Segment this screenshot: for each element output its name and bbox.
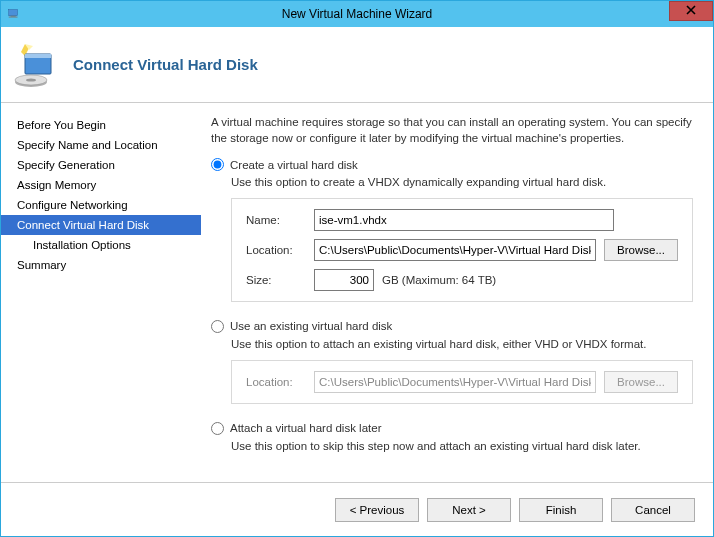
radio-later-vhd[interactable]: Attach a virtual hard disk later [211,422,693,435]
svg-rect-0 [9,10,18,16]
option-create-block: Create a virtual hard disk Use this opti… [211,158,693,302]
svg-rect-6 [25,54,51,58]
previous-button[interactable]: < Previous [335,498,419,522]
name-label: Name: [246,214,306,226]
later-hint: Use this option to skip this step now an… [231,439,693,454]
close-icon [686,4,696,18]
create-formbox: Name: Location: Browse... Size: GB (Maxi… [231,198,693,302]
create-hint: Use this option to create a VHDX dynamic… [231,175,693,190]
sidebar-item-specify-generation[interactable]: Specify Generation [1,155,201,175]
svg-rect-1 [11,16,16,17]
wizard-steps-sidebar: Before You Begin Specify Name and Locati… [1,103,201,482]
wizard-footer: < Previous Next > Finish Cancel [1,482,713,536]
option-existing-block: Use an existing virtual hard disk Use th… [211,320,693,404]
svg-point-9 [26,78,36,81]
sidebar-item-configure-networking[interactable]: Configure Networking [1,195,201,215]
existing-browse-button: Browse... [604,371,678,393]
app-icon [7,7,21,21]
sidebar-item-connect-vhd[interactable]: Connect Virtual Hard Disk [1,215,201,235]
existing-hint: Use this option to attach an existing vi… [231,337,693,352]
location-input[interactable] [314,239,596,261]
title-bar: New Virtual Machine Wizard [1,1,713,27]
window-title: New Virtual Machine Wizard [1,7,713,21]
existing-formbox: Location: Browse... [231,360,693,404]
page-title: Connect Virtual Hard Disk [73,56,258,73]
wizard-window: New Virtual Machine Wizard Connect Virtu… [0,0,714,537]
wizard-content: A virtual machine requires storage so th… [201,103,713,482]
radio-later-vhd-input[interactable] [211,422,224,435]
radio-existing-vhd-label: Use an existing virtual hard disk [230,320,392,332]
radio-existing-vhd-input[interactable] [211,320,224,333]
existing-location-input [314,371,596,393]
name-input[interactable] [314,209,614,231]
close-button[interactable] [669,1,713,21]
wizard-header: Connect Virtual Hard Disk [1,27,713,103]
size-label: Size: [246,274,306,286]
hard-disk-icon [11,40,61,90]
location-label: Location: [246,244,306,256]
sidebar-item-summary[interactable]: Summary [1,255,201,275]
sidebar-item-specify-name[interactable]: Specify Name and Location [1,135,201,155]
svg-rect-2 [9,17,18,18]
intro-text: A virtual machine requires storage so th… [211,115,693,146]
size-unit-text: GB (Maximum: 64 TB) [382,274,496,286]
radio-later-vhd-label: Attach a virtual hard disk later [230,422,382,434]
sidebar-item-assign-memory[interactable]: Assign Memory [1,175,201,195]
radio-existing-vhd[interactable]: Use an existing virtual hard disk [211,320,693,333]
option-later-block: Attach a virtual hard disk later Use thi… [211,422,693,454]
browse-button[interactable]: Browse... [604,239,678,261]
existing-location-label: Location: [246,376,306,388]
finish-button[interactable]: Finish [519,498,603,522]
radio-create-vhd-label: Create a virtual hard disk [230,159,358,171]
sidebar-item-before-you-begin[interactable]: Before You Begin [1,115,201,135]
sidebar-item-installation-options[interactable]: Installation Options [1,235,201,255]
next-button[interactable]: Next > [427,498,511,522]
radio-create-vhd-input[interactable] [211,158,224,171]
size-input[interactable] [314,269,374,291]
radio-create-vhd[interactable]: Create a virtual hard disk [211,158,693,171]
cancel-button[interactable]: Cancel [611,498,695,522]
wizard-body: Before You Begin Specify Name and Locati… [1,103,713,482]
